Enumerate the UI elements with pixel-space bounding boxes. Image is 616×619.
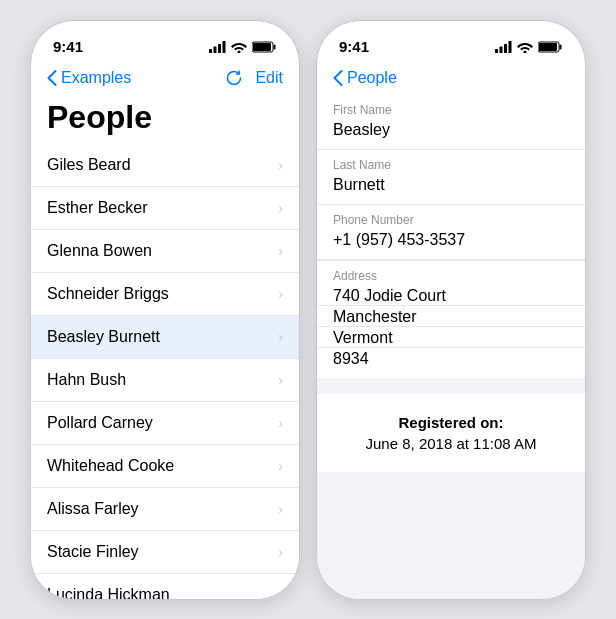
right-phone: 9:41 People xyxy=(316,20,586,600)
address-section: Address 740 Jodie Court Manchester Vermo… xyxy=(317,260,585,378)
svg-rect-10 xyxy=(509,41,512,53)
svg-rect-3 xyxy=(223,41,226,53)
status-icons-left xyxy=(209,41,277,53)
status-time-left: 9:41 xyxy=(53,38,83,55)
list-item-name: Hahn Bush xyxy=(47,371,126,389)
wifi-icon xyxy=(231,41,247,53)
svg-rect-8 xyxy=(500,46,503,53)
list-item[interactable]: Stacie Finley › xyxy=(31,531,299,574)
last-name-value: Burnett xyxy=(317,174,585,204)
signal-icon-right xyxy=(495,41,512,53)
phone-label: Phone Number xyxy=(317,205,585,229)
wifi-icon-right xyxy=(517,41,533,53)
list-item[interactable]: Alissa Farley › xyxy=(31,488,299,531)
first-name-value: Beasley xyxy=(317,119,585,149)
list-item-name: Whitehead Cooke xyxy=(47,457,174,475)
address-line-4: 8934 xyxy=(317,348,585,378)
address-line-1: 740 Jodie Court xyxy=(317,285,585,306)
first-name-section: First Name Beasley xyxy=(317,95,585,150)
chevron-icon: › xyxy=(278,458,283,474)
list-item[interactable]: Esther Becker › xyxy=(31,187,299,230)
edit-button-left[interactable]: Edit xyxy=(255,69,283,87)
chevron-icon: › xyxy=(278,501,283,517)
registered-section: Registered on: June 8, 2018 at 11:08 AM xyxy=(317,394,585,472)
chevron-icon: › xyxy=(278,329,283,345)
back-chevron-icon-right xyxy=(333,70,343,86)
last-name-section: Last Name Burnett xyxy=(317,150,585,205)
first-name-label: First Name xyxy=(317,95,585,119)
svg-rect-0 xyxy=(209,49,212,53)
svg-rect-9 xyxy=(504,44,507,53)
svg-rect-7 xyxy=(495,49,498,53)
list-item-name: Giles Beard xyxy=(47,156,131,174)
address-label: Address xyxy=(317,261,585,285)
back-label-left: Examples xyxy=(61,69,131,87)
list-item-name: Lucinda Hickman xyxy=(47,586,170,599)
list-item-name: Schneider Briggs xyxy=(47,285,169,303)
svg-rect-1 xyxy=(214,46,217,53)
list-item[interactable]: Giles Beard › xyxy=(31,144,299,187)
back-button-left[interactable]: Examples xyxy=(47,69,131,87)
list-item[interactable]: Schneider Briggs › xyxy=(31,273,299,316)
list-item[interactable]: Glenna Bowen › xyxy=(31,230,299,273)
list-item-name: Esther Becker xyxy=(47,199,147,217)
list-item-name: Alissa Farley xyxy=(47,500,139,518)
battery-icon-right xyxy=(538,41,563,53)
registered-label: Registered on: xyxy=(333,414,569,431)
nav-bar-right: People xyxy=(317,65,585,95)
svg-rect-5 xyxy=(274,44,276,49)
status-bar-right: 9:41 xyxy=(317,21,585,65)
chevron-icon: › xyxy=(278,544,283,560)
address-line-3: Vermont xyxy=(317,327,585,348)
svg-rect-6 xyxy=(253,43,271,51)
chevron-icon: › xyxy=(278,200,283,216)
back-button-right[interactable]: People xyxy=(333,69,397,87)
list-item-name: Pollard Carney xyxy=(47,414,153,432)
back-chevron-icon xyxy=(47,70,57,86)
chevron-icon: › xyxy=(278,587,283,599)
page-title-left: People xyxy=(31,95,299,144)
registered-value: June 8, 2018 at 11:08 AM xyxy=(333,435,569,452)
list-item[interactable]: Pollard Carney › xyxy=(31,402,299,445)
list-item-name: Stacie Finley xyxy=(47,543,139,561)
last-name-label: Last Name xyxy=(317,150,585,174)
status-bar-left: 9:41 xyxy=(31,21,299,65)
status-time-right: 9:41 xyxy=(339,38,369,55)
signal-icon xyxy=(209,41,226,53)
refresh-icon[interactable] xyxy=(225,69,243,87)
back-label-right: People xyxy=(347,69,397,87)
svg-rect-13 xyxy=(539,43,557,51)
detail-container: First Name Beasley Last Name Burnett Pho… xyxy=(317,95,585,599)
chevron-icon: › xyxy=(278,157,283,173)
svg-rect-12 xyxy=(560,44,562,49)
chevron-icon: › xyxy=(278,372,283,388)
list-item[interactable]: Whitehead Cooke › xyxy=(31,445,299,488)
nav-bar-left: Examples Edit xyxy=(31,65,299,95)
people-list: Giles Beard › Esther Becker › Glenna Bow… xyxy=(31,144,299,599)
nav-actions-left: Edit xyxy=(225,69,283,87)
list-item[interactable]: Beasley Burnett › xyxy=(31,316,299,359)
status-icons-right xyxy=(495,41,563,53)
phone-value: +1 (957) 453-3537 xyxy=(317,229,585,259)
chevron-icon: › xyxy=(278,243,283,259)
phone-section: Phone Number +1 (957) 453-3537 xyxy=(317,205,585,260)
left-phone: 9:41 xyxy=(30,20,300,600)
svg-rect-2 xyxy=(218,44,221,53)
address-line-2: Manchester xyxy=(317,306,585,327)
list-item-name: Glenna Bowen xyxy=(47,242,152,260)
list-item[interactable]: Hahn Bush › xyxy=(31,359,299,402)
list-item[interactable]: Lucinda Hickman › xyxy=(31,574,299,599)
chevron-icon: › xyxy=(278,286,283,302)
battery-icon xyxy=(252,41,277,53)
chevron-icon: › xyxy=(278,415,283,431)
list-item-name: Beasley Burnett xyxy=(47,328,160,346)
